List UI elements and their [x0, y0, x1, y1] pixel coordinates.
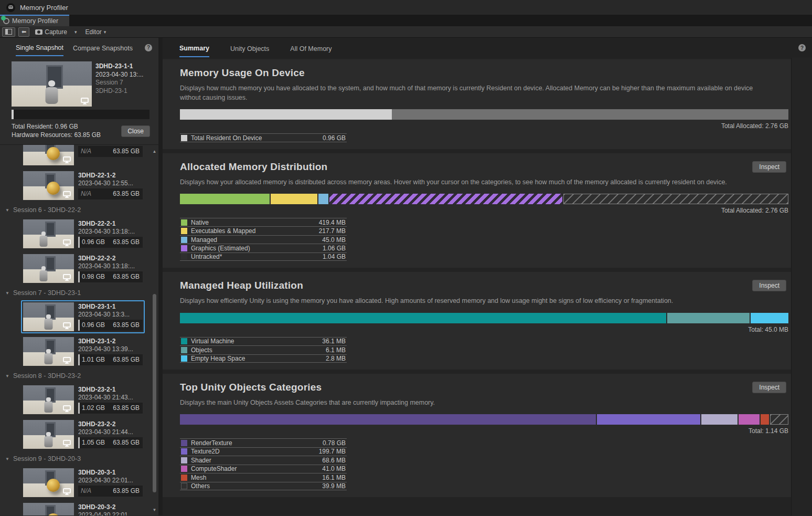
snapshot-thumbnail	[23, 302, 74, 331]
snapshot-list-item[interactable]: 3DHD-23-2-2 2023-04-30 21:44... 1.05 GB …	[21, 418, 145, 451]
snapshots-sidebar: Single Snapshot Compare Snapshots ? 3DHD…	[0, 38, 158, 515]
snapshot-thumbnail	[23, 468, 74, 497]
toolbar: ⬅ Capture ▾ Editor ▾	[0, 26, 812, 38]
section-title: Managed Heap Utilization	[180, 280, 303, 291]
scroll-down-arrow-icon[interactable]: ▼	[151, 508, 158, 512]
snapshot-name: 3DHD-23-1-2	[78, 338, 143, 345]
graphics-segment	[329, 194, 562, 204]
session-group-header[interactable]: ▼ Session 8 - 3DHD-23-2	[0, 370, 158, 382]
tab-compare-snapshots[interactable]: Compare Snapshots	[73, 40, 133, 56]
toggle-sidebar-button[interactable]	[2, 27, 15, 37]
snapshot-thumbnail	[23, 337, 74, 366]
snapshot-thumbnail	[12, 61, 92, 107]
open-snapshot-card: 3DHD-23-1-1 2023-04-30 13:... Session 7 …	[0, 57, 158, 145]
snapshot-date: 2023-04-30 21:44...	[78, 428, 143, 436]
managed-heap-legend: Virtual Machine36.1 MB Objects6.1 MB Emp…	[180, 337, 347, 363]
platform-monitor-icon	[63, 322, 71, 328]
virtual-machine-segment	[180, 313, 666, 323]
snapshot-list-item[interactable]: 3DHD-20-3-2 2023-04-30 22:01... N/A 63.8…	[21, 501, 145, 515]
main-help-icon[interactable]: ?	[798, 44, 806, 51]
thumbnail-robot	[45, 80, 58, 104]
snapshot-date: 2023-04-30 22:01...	[78, 511, 143, 515]
snapshot-list: 2023-04-30 12:54... N/A 63.85 GB 3DHD-22…	[0, 145, 158, 515]
snapshot-name: 3DHD-20-3-1	[78, 469, 143, 477]
session-group-header[interactable]: ▼ Session 7 - 3DHD-23-1	[0, 287, 158, 299]
resident-memory-fill	[12, 110, 14, 119]
snapshot-stats: 0.98 GB 63.85 GB	[78, 271, 143, 282]
snapshot-thumbnail	[23, 385, 74, 414]
snapshot-name: 3DHD-23-1-1	[78, 303, 143, 311]
snapshot-name: 3DHD-22-2-2	[78, 255, 143, 262]
snapshot-thumbnail	[23, 503, 74, 515]
tab-memory-profiler[interactable]: Memory Profiler	[0, 15, 69, 26]
executables-segment	[271, 194, 317, 204]
inspect-button[interactable]: Inspect	[752, 382, 786, 393]
snapshot-name: 3DHD-22-1-2	[78, 172, 143, 180]
texture2d-segment	[597, 414, 701, 425]
capture-button[interactable]: Capture ▾	[33, 27, 79, 37]
capture-dropdown-caret[interactable]: ▾	[74, 29, 77, 35]
platform-monitor-icon	[63, 357, 71, 362]
platform-monitor-icon	[63, 440, 71, 445]
section-managed-heap: Managed Heap Utilization Inspect Display…	[163, 272, 791, 370]
legend-swatch	[181, 347, 187, 353]
snapshot-list-item[interactable]: 3DHD-23-1-2 2023-04-30 13:39... 1.01 GB …	[21, 335, 145, 368]
legend-swatch	[181, 466, 187, 472]
total-allocated-label: Total Allocated: 2.76 GB	[180, 207, 788, 214]
tab-unity-objects[interactable]: Unity Objects	[230, 39, 269, 57]
inspect-button[interactable]: Inspect	[752, 280, 786, 291]
snapshot-list-item[interactable]: 3DHD-22-1-2 2023-04-30 12:55... N/A 63.8…	[21, 169, 145, 202]
tab-all-of-memory[interactable]: All Of Memory	[290, 39, 332, 57]
session-group-header[interactable]: ▼ Session 6 - 3DHD-22-2	[0, 204, 158, 216]
import-snapshot-button[interactable]: ⬅	[18, 27, 29, 37]
scroll-up-arrow-icon[interactable]: ▲	[151, 149, 158, 154]
legend-swatch	[181, 219, 187, 226]
snapshot-list-item[interactable]: 2023-04-30 12:54... N/A 63.85 GB	[21, 145, 145, 167]
collapse-arrow-icon: ▼	[5, 208, 9, 213]
snapshot-name: 3DHD-23-2-1	[78, 386, 143, 394]
tab-summary[interactable]: Summary	[179, 39, 209, 57]
main-scrollbar-gutter[interactable]	[791, 58, 812, 515]
snapshot-list-item[interactable]: 3DHD-22-2-2 2023-04-30 13:18:... 0.98 GB…	[21, 252, 145, 285]
empty-heap-segment	[751, 313, 788, 323]
window-title: Memory Profiler	[20, 4, 68, 12]
snapshot-date: 2023-04-30 13:39...	[78, 345, 143, 353]
snapshot-list-item-selected[interactable]: 3DHD-23-1-1 2023-04-30 13:3... 0.96 GB 6…	[21, 300, 145, 333]
memory-usage-legend: Total Resident On Device 0.96 GB	[180, 133, 347, 142]
sidebar-help-icon[interactable]: ?	[145, 44, 152, 51]
snapshot-date: 2023-04-30 13:...	[95, 71, 143, 79]
total-resident-label: Total Resident: 0.96 GB	[12, 123, 101, 131]
section-description: Displays how your allocated memory is di…	[180, 177, 788, 187]
snapshot-list-item[interactable]: 3DHD-22-2-1 2023-04-30 13:18:... 0.96 GB…	[21, 217, 145, 250]
snapshot-date: 2023-04-30 13:3...	[78, 311, 143, 319]
section-title: Memory Usage On Device	[180, 67, 305, 79]
section-allocated-distribution: Allocated Memory Distribution Inspect Di…	[163, 153, 791, 268]
tab-single-snapshot[interactable]: Single Snapshot	[16, 39, 63, 56]
shader-segment	[701, 414, 737, 425]
legend-swatch	[181, 254, 187, 260]
snapshot-stats: N/A 63.85 GB	[78, 486, 143, 497]
scrollbar-thumb[interactable]	[153, 294, 156, 492]
snapshot-thumbnail	[23, 420, 74, 449]
legend-swatch	[181, 338, 187, 344]
section-description: Displays how efficiently Unity is using …	[180, 296, 788, 306]
snapshot-stats: 1.01 GB 63.85 GB	[78, 354, 143, 365]
total-label: Total: 45.0 MB	[180, 326, 788, 333]
snapshot-name: 3DHD-20-3-2	[78, 503, 143, 511]
editor-dropdown[interactable]: Editor ▾	[82, 27, 109, 37]
inspect-button[interactable]: Inspect	[752, 161, 786, 173]
snapshot-thumbnail	[23, 171, 74, 200]
snapshot-date: 2023-04-30 13:18:...	[78, 228, 143, 236]
snapshot-list-item[interactable]: 3DHD-20-3-1 2023-04-30 22:01... N/A 63.8…	[21, 466, 145, 499]
list-scrollbar[interactable]: ▲ ▼	[151, 147, 158, 514]
close-snapshot-button[interactable]: Close	[121, 125, 150, 137]
native-segment	[180, 194, 270, 204]
session-group-header[interactable]: ▼ Session 9 - 3DHD-20-3	[0, 452, 158, 465]
snapshot-list-item[interactable]: 3DHD-23-2-1 2023-04-30 21:43... 1.02 GB …	[21, 383, 145, 416]
platform-monitor-icon	[63, 191, 71, 196]
managed-segment	[318, 194, 328, 204]
editor-dropdown-caret: ▾	[104, 29, 106, 35]
legend-swatch	[181, 457, 187, 464]
legend-swatch	[181, 448, 187, 455]
allocated-legend: Native419.4 MB Executables & Mapped217.7…	[180, 218, 347, 261]
